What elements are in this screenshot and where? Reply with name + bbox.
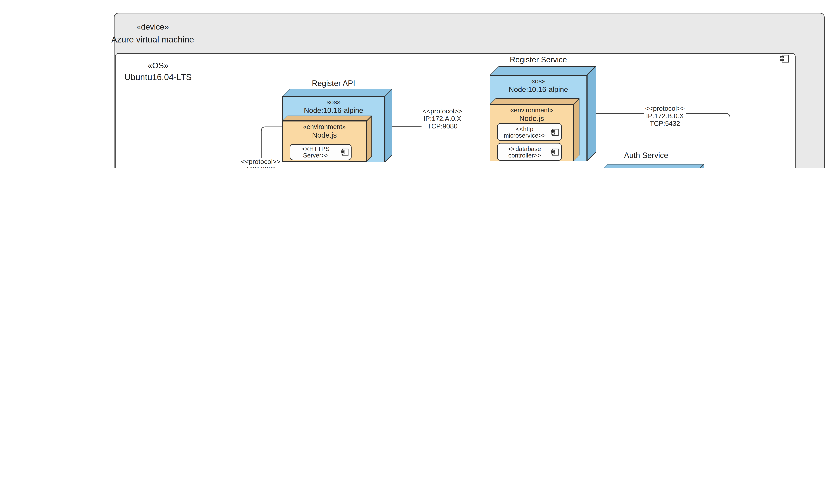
- os-header: «OS» Ubuntu16.04-LTS: [104, 61, 212, 82]
- title-auth-service: Auth Service: [598, 151, 695, 160]
- node-register-service: «os» Node:10.16-alpine «environment» Nod…: [490, 75, 587, 161]
- label-tcp8080: <<protocol>>TCP:8080: [240, 158, 282, 168]
- label-regapi-right: <<protocol>>IP:172.A.0.XTCP:9080: [422, 108, 463, 130]
- component-database-controller: <<databasecontroller>>: [497, 143, 562, 161]
- side-face: [385, 89, 392, 162]
- os-stereotype: «OS»: [104, 61, 212, 70]
- label-regsvc-right: <<protocol>>IP:172.B.0.XTCP:5432: [644, 105, 686, 127]
- deployment-diagram: «device» Azure virtual machine «OS» Ubun…: [0, 0, 840, 168]
- os-name: Ubuntu16.04-LTS: [104, 73, 212, 82]
- device-stereotype: «device»: [99, 22, 207, 31]
- node-register-api: «os» Node:10.16-alpine «environment» Nod…: [282, 96, 385, 162]
- title-register-service: Register Service: [490, 56, 587, 64]
- title-register-api: Register API: [282, 79, 385, 88]
- env-register-service: «environment» Node.js <<httpmicroservice…: [490, 104, 574, 161]
- component-icon: [340, 148, 349, 156]
- device-name: Azure virtual machine: [99, 35, 207, 44]
- device-header: «device» Azure virtual machine: [99, 22, 207, 44]
- component-icon: [551, 148, 559, 156]
- component-https-server: <<HTTPS Server>>: [290, 144, 352, 160]
- component-icon: [780, 54, 789, 63]
- env-register-api: «environment» Node.js <<HTTPS Server>>: [282, 121, 367, 162]
- top-face: [282, 89, 392, 96]
- component-icon: [551, 128, 559, 136]
- component-http-microservice: <<httpmicroservice>>: [497, 123, 562, 141]
